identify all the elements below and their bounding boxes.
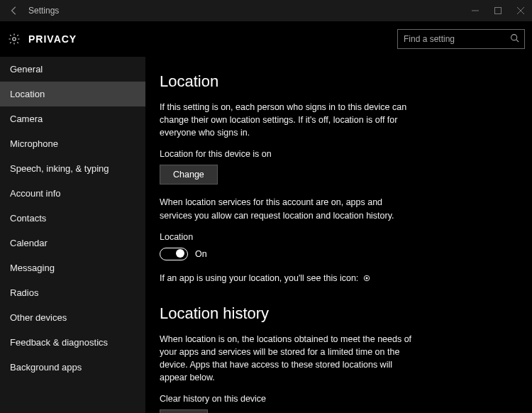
location-toggle[interactable]: [160, 248, 188, 260]
page-title: PRIVACY: [28, 33, 397, 45]
location-description: If this setting is on, each person who s…: [160, 101, 415, 139]
history-description: When location is on, the locations obtai…: [160, 333, 415, 385]
page-header: PRIVACY: [0, 21, 532, 57]
location-heading: Location: [160, 72, 518, 91]
minimize-icon: [472, 7, 479, 14]
history-heading: Location history: [160, 304, 518, 323]
change-button[interactable]: Change: [160, 165, 218, 185]
clear-history-label: Clear history on this device: [160, 394, 518, 404]
sidebar-item-account-info[interactable]: Account info: [0, 181, 145, 206]
svg-point-8: [366, 277, 367, 279]
location-indicator-icon: [362, 274, 371, 282]
close-icon: [517, 7, 524, 14]
sidebar: GeneralLocationCameraMicrophoneSpeech, i…: [0, 57, 145, 413]
sidebar-item-camera[interactable]: Camera: [0, 106, 145, 131]
device-status-label: Location for this device is on: [160, 149, 518, 159]
sidebar-item-calendar[interactable]: Calendar: [0, 231, 145, 255]
window-controls: [464, 0, 532, 21]
settings-gear-icon: [7, 32, 21, 46]
icon-notice: If an app is using your location, you'll…: [160, 272, 415, 285]
clear-button[interactable]: Clear: [160, 409, 208, 413]
back-button[interactable]: [6, 2, 23, 19]
sidebar-item-location[interactable]: Location: [0, 82, 145, 106]
sidebar-item-background-apps[interactable]: Background apps: [0, 355, 145, 380]
sidebar-item-speech-inking-typing[interactable]: Speech, inking, & typing: [0, 156, 145, 181]
maximize-button[interactable]: [487, 0, 509, 21]
sidebar-item-microphone[interactable]: Microphone: [0, 131, 145, 156]
sidebar-item-other-devices[interactable]: Other devices: [0, 305, 145, 330]
search-input[interactable]: [397, 29, 525, 49]
minimize-button[interactable]: [464, 0, 487, 21]
sidebar-item-contacts[interactable]: Contacts: [0, 206, 145, 231]
svg-rect-1: [495, 8, 501, 14]
window-title: Settings: [28, 6, 59, 16]
svg-point-4: [13, 38, 16, 41]
titlebar: Settings: [0, 0, 532, 21]
back-arrow-icon: [9, 6, 19, 16]
close-button[interactable]: [509, 0, 532, 21]
location-toggle-label: Location: [160, 232, 518, 242]
maximize-icon: [494, 7, 501, 14]
services-description: When location services for this account …: [160, 196, 415, 221]
content-area: Location If this setting is on, each per…: [145, 57, 532, 413]
sidebar-item-radios[interactable]: Radios: [0, 280, 145, 305]
location-toggle-state: On: [195, 249, 207, 259]
sidebar-item-general[interactable]: General: [0, 57, 145, 82]
sidebar-item-messaging[interactable]: Messaging: [0, 255, 145, 280]
sidebar-item-feedback-diagnostics[interactable]: Feedback & diagnostics: [0, 330, 145, 355]
